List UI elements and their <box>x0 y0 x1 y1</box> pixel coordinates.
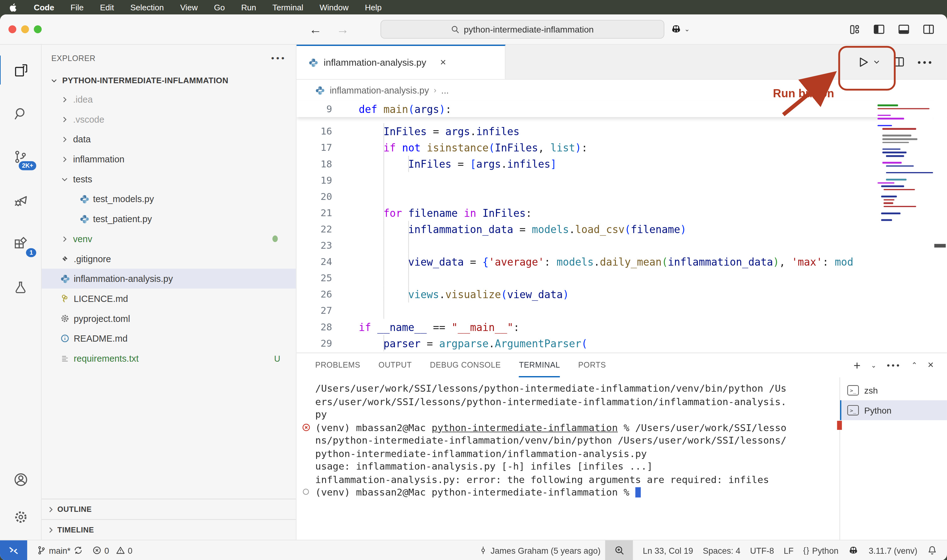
menu-selection[interactable]: Selection <box>130 3 164 12</box>
code-line[interactable]: 20 <box>297 188 947 205</box>
toggle-secondary-sidebar-icon[interactable] <box>922 23 935 36</box>
section-timeline[interactable]: TIMELINE <box>42 519 296 540</box>
minimap-line <box>882 148 900 150</box>
tree-item-licence-md[interactable]: LICENCE.md <box>42 288 296 308</box>
toggle-sidebar-icon[interactable] <box>873 23 885 36</box>
account-icon[interactable] <box>12 465 29 494</box>
panel-tab-output[interactable]: OUTPUT <box>378 353 412 377</box>
language-status[interactable]: { }Python <box>798 540 844 560</box>
command-center-search[interactable]: python-intermediate-inflammation <box>380 20 664 39</box>
code-line[interactable]: 29 parser = argparse.ArgumentParser( <box>297 335 947 351</box>
close-window-button[interactable] <box>8 25 16 33</box>
zoom-window-button[interactable] <box>34 25 42 33</box>
tree-item-test-patient-py[interactable]: test_patient.py <box>42 209 296 229</box>
problems-status[interactable]: 0 0 <box>87 540 137 560</box>
chevron-right-icon <box>60 155 69 163</box>
panel-tab-problems[interactable]: PROBLEMS <box>315 353 360 377</box>
tree-item-gitignore[interactable]: .gitignore <box>42 249 296 269</box>
zoom-indicator[interactable] <box>605 540 633 560</box>
copilot-status-icon[interactable] <box>844 540 864 560</box>
tree-item-inflammation[interactable]: inflammation <box>42 149 296 169</box>
tab-inflammation-analysis[interactable]: inflammation-analysis.py × <box>297 45 506 79</box>
activity-source-control[interactable]: 2K+ <box>0 142 41 171</box>
menu-run[interactable]: Run <box>241 3 256 12</box>
code-line[interactable]: 27 <box>297 303 947 319</box>
code-line[interactable]: 23 <box>297 237 947 254</box>
terminal-instance-python[interactable]: >_Python <box>840 400 947 420</box>
tree-item-vscode[interactable]: .vscode <box>42 109 296 129</box>
close-panel-icon[interactable]: × <box>928 359 933 371</box>
customize-layout-icon[interactable] <box>848 23 861 35</box>
code-line[interactable]: 24 view_data = {'average': models.daily_… <box>297 254 947 270</box>
sticky-code-line[interactable]: 9def main(args): <box>297 101 947 117</box>
close-tab-icon[interactable]: × <box>440 56 446 69</box>
code-line[interactable]: 25 <box>297 270 947 286</box>
minimize-window-button[interactable] <box>21 25 29 33</box>
encoding-status[interactable]: UTF-8 <box>745 540 779 560</box>
branch-status[interactable]: main* <box>32 540 87 560</box>
activity-explorer[interactable] <box>0 56 42 85</box>
menu-window[interactable]: Window <box>320 3 349 12</box>
terminal-launch-chevron-icon[interactable]: ⌄ <box>871 362 876 369</box>
code-line[interactable]: 18 InFiles = [args.infiles] <box>297 156 947 172</box>
code-line[interactable]: 16 InFiles = args.infiles <box>297 123 947 140</box>
indentation-status[interactable]: Spaces: 4 <box>698 540 745 560</box>
terminal-link[interactable]: python-intermediate-inflammation <box>431 422 618 433</box>
code-line[interactable]: 28if __name__ == "__main__": <box>297 319 947 335</box>
run-button[interactable] <box>856 55 880 69</box>
editor-scrollbar[interactable] <box>933 101 947 352</box>
panel-more-actions-icon[interactable]: ●●● <box>887 362 901 368</box>
menu-edit[interactable]: Edit <box>100 3 114 12</box>
tree-root-folder[interactable]: PYTHON-INTERMEDIATE-INFLAMMATION <box>42 71 296 89</box>
menu-terminal[interactable]: Terminal <box>273 3 303 12</box>
tree-item-data[interactable]: data <box>42 129 296 149</box>
code-line[interactable]: 21 for filename in InFiles: <box>297 205 947 221</box>
tree-item-tests[interactable]: tests <box>42 169 296 189</box>
tree-item-test-models-py[interactable]: test_models.py <box>42 189 296 209</box>
tree-item-venv[interactable]: venv <box>42 229 296 249</box>
cursor-position-status[interactable]: Ln 33, Col 19 <box>638 540 698 560</box>
panel-tab-ports[interactable]: PORTS <box>578 353 606 377</box>
tree-item-idea[interactable]: .idea <box>42 89 296 109</box>
section-outline[interactable]: OUTLINE <box>42 499 296 519</box>
menu-code[interactable]: Code <box>34 3 54 12</box>
apple-icon[interactable] <box>10 3 17 12</box>
settings-gear-icon[interactable] <box>12 502 29 532</box>
activity-run-debug[interactable] <box>0 186 41 215</box>
code-line[interactable]: 22 inflammation_data = models.load_csv(f… <box>297 221 947 237</box>
terminal-output[interactable]: /Users/user/work/SSI/lessons/python-inte… <box>297 377 840 540</box>
split-editor-icon[interactable] <box>893 56 905 69</box>
activity-testing[interactable] <box>0 273 41 302</box>
tree-item-pyproject-toml[interactable]: pyproject.toml <box>42 308 296 329</box>
terminal-instance-zsh[interactable]: >_zsh <box>840 380 947 400</box>
toggle-panel-icon[interactable] <box>898 23 910 36</box>
menu-go[interactable]: Go <box>214 3 225 12</box>
code-line[interactable]: 17 if not isinstance(InFiles, list): <box>297 140 947 156</box>
python-interpreter-status[interactable]: 3.11.7 (venv) <box>864 540 922 560</box>
notifications-bell-icon[interactable] <box>922 540 947 560</box>
panel-tab-debug-console[interactable]: DEBUG CONSOLE <box>430 353 501 377</box>
code-line[interactable]: 26 views.visualize(view_data) <box>297 286 947 303</box>
nav-forward-button[interactable]: → <box>336 22 349 36</box>
eol-status[interactable]: LF <box>779 540 798 560</box>
code-editor[interactable]: 9def main(args): 16 InFiles = args.infil… <box>297 101 947 352</box>
blame-status[interactable]: James Graham (5 years ago) <box>474 540 605 560</box>
new-terminal-icon[interactable]: + <box>853 358 861 372</box>
editor-more-actions-icon[interactable]: ●●● <box>917 58 933 65</box>
activity-extensions[interactable]: 1 <box>0 229 41 258</box>
copilot-menu[interactable]: ⌄ <box>670 14 690 44</box>
minimap[interactable] <box>878 103 933 223</box>
menu-file[interactable]: File <box>71 3 83 12</box>
tree-item-inflammation-analysis-py[interactable]: inflammation-analysis.py <box>42 269 296 289</box>
panel-tab-terminal[interactable]: TERMINAL <box>519 353 560 377</box>
remote-indicator[interactable] <box>0 540 27 560</box>
tree-item-requirements-txt[interactable]: requirements.txtU <box>42 348 296 368</box>
menu-help[interactable]: Help <box>365 3 382 12</box>
explorer-actions-icon[interactable]: ●●● <box>271 55 286 61</box>
code-line[interactable]: 19 <box>297 172 947 188</box>
maximize-panel-icon[interactable]: ⌃ <box>911 361 917 369</box>
menu-view[interactable]: View <box>180 3 198 12</box>
activity-search[interactable] <box>0 99 41 128</box>
nav-back-button[interactable]: ← <box>309 22 322 36</box>
tree-item-readme-md[interactable]: README.md <box>42 329 296 349</box>
